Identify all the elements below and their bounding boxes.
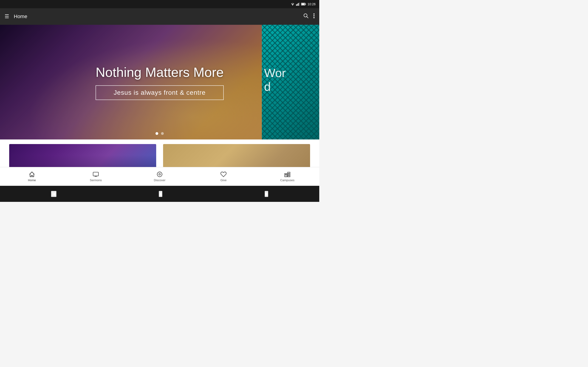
hero-content: Nothing Matters More Jesus is always fro… — [95, 65, 224, 100]
campuses-icon — [284, 171, 291, 177]
svg-rect-7 — [305, 4, 306, 5]
system-nav: ◄ ● ■ — [0, 186, 319, 202]
bottom-nav: Home Sermons Discover Give — [0, 167, 319, 186]
svg-point-12 — [313, 17, 315, 18]
hero-carousel[interactable]: Word Nothing Matters More Jesus is alway… — [0, 25, 319, 140]
svg-rect-13 — [93, 172, 98, 176]
svg-point-8 — [304, 14, 307, 17]
svg-point-0 — [292, 5, 293, 6]
svg-rect-6 — [301, 3, 304, 5]
svg-rect-2 — [297, 4, 298, 6]
hero-subtitle: Jesus is always front & centre — [95, 85, 224, 100]
more-options-button[interactable] — [313, 13, 315, 20]
nav-item-sermons[interactable]: Sermons — [64, 169, 128, 184]
recent-apps-button[interactable]: ■ — [265, 191, 268, 197]
battery-icon — [301, 3, 306, 6]
svg-rect-26 — [288, 173, 289, 174]
hero-slide-1: Nothing Matters More Jesus is always fro… — [0, 25, 319, 140]
svg-point-11 — [313, 15, 315, 17]
app-bar: ☰ Home — [0, 8, 319, 25]
search-icon — [303, 13, 309, 19]
app-bar-left: ☰ Home — [5, 14, 27, 19]
nav-label-sermons: Sermons — [90, 178, 102, 182]
carousel-dot-1[interactable] — [156, 132, 158, 135]
svg-point-17 — [159, 174, 161, 175]
svg-rect-23 — [288, 172, 290, 177]
nav-item-home[interactable]: Home — [0, 169, 64, 184]
hero-main-title: Nothing Matters More — [95, 65, 224, 80]
more-icon — [313, 13, 315, 19]
wifi-icon — [291, 2, 295, 6]
svg-rect-3 — [298, 3, 299, 6]
discover-icon — [156, 171, 163, 177]
status-time: 10:26 — [308, 2, 316, 6]
home-button[interactable]: ● — [159, 191, 162, 197]
search-button[interactable] — [303, 13, 309, 20]
heart-icon — [220, 171, 227, 177]
nav-item-give[interactable]: Give — [191, 169, 255, 184]
svg-point-16 — [157, 172, 162, 177]
nav-item-discover[interactable]: Discover — [128, 169, 191, 184]
svg-rect-27 — [288, 175, 289, 176]
nav-label-discover: Discover — [154, 178, 166, 182]
app-bar-right — [303, 13, 315, 20]
svg-rect-1 — [296, 4, 297, 6]
nav-label-home: Home — [28, 178, 36, 182]
home-icon — [29, 171, 35, 177]
nav-label-campuses: Campuses — [280, 178, 294, 182]
status-bar: 10:26 — [0, 0, 319, 8]
hamburger-menu-button[interactable]: ☰ — [5, 14, 9, 19]
svg-point-10 — [313, 14, 315, 15]
svg-line-9 — [307, 17, 309, 18]
nav-label-give: Give — [221, 178, 227, 182]
signal-icon — [296, 2, 300, 6]
svg-rect-4 — [299, 2, 300, 6]
svg-rect-25 — [285, 174, 286, 175]
carousel-dot-2[interactable] — [161, 132, 164, 135]
carousel-dots — [156, 132, 164, 135]
status-icons: 10:26 — [291, 2, 316, 6]
tv-icon — [93, 171, 99, 177]
back-button[interactable]: ◄ — [51, 191, 57, 197]
nav-item-campuses[interactable]: Campuses — [255, 169, 319, 184]
app-title: Home — [14, 14, 27, 19]
